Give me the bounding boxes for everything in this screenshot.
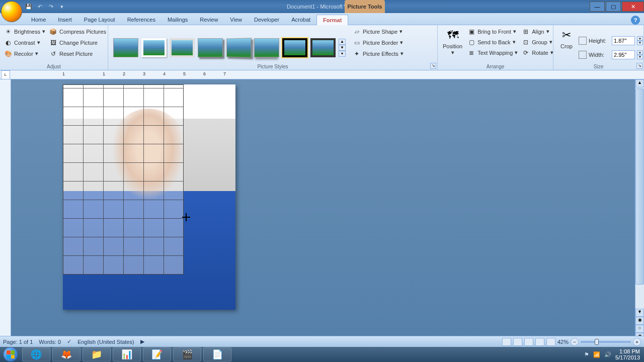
change-picture-button[interactable]: 🖼Change Picture xyxy=(47,37,108,48)
zoom-out-button[interactable]: − xyxy=(571,338,579,346)
system-tray: ⚑ 📶 🔊 1:08 PM 5/17/2013 xyxy=(584,348,644,360)
tab-home[interactable]: Home xyxy=(25,15,52,25)
style-thumb-5[interactable] xyxy=(226,38,252,57)
group-label-styles: Picture Styles xyxy=(108,64,437,69)
undo-button[interactable]: ↶ xyxy=(35,2,44,11)
align-button[interactable]: ⊞Align ▾ xyxy=(520,26,555,37)
scroll-down-button[interactable]: ▼ xyxy=(635,309,644,317)
style-thumb-6[interactable] xyxy=(254,38,279,57)
tab-review[interactable]: Review xyxy=(194,15,224,25)
tray-volume-icon[interactable]: 🔊 xyxy=(604,351,611,358)
redo-button[interactable]: ↷ xyxy=(46,2,55,11)
style-thumb-1[interactable] xyxy=(113,38,138,57)
brightness-button[interactable]: ☀Brightness ▾ xyxy=(2,26,47,37)
group-button[interactable]: ⊡Group ▾ xyxy=(520,37,555,47)
word-count[interactable]: Words: 0 xyxy=(39,339,61,345)
print-layout-view-button[interactable] xyxy=(502,338,511,346)
zoom-slider-thumb[interactable] xyxy=(595,339,599,345)
position-button[interactable]: 🗺 Position ▾ xyxy=(440,26,465,69)
gallery-scroll-up[interactable]: ▲ xyxy=(339,39,346,45)
help-button[interactable]: ? xyxy=(631,16,640,25)
size-dialog-launcher[interactable]: ↘ xyxy=(636,63,642,69)
browse-object-button[interactable]: ○ xyxy=(635,325,644,333)
puzzle-overlay-picture[interactable] xyxy=(63,84,184,275)
tab-selector[interactable]: L xyxy=(1,70,10,79)
tab-references[interactable]: References xyxy=(121,15,162,25)
gallery-more-button[interactable]: ▾ xyxy=(339,51,346,57)
tab-acrobat[interactable]: Acrobat xyxy=(285,15,316,25)
horizontal-ruler[interactable]: L 1 1 2 3 4 5 6 7 xyxy=(0,70,644,79)
group-label-size: Size xyxy=(553,64,643,69)
outline-view-button[interactable] xyxy=(535,338,544,346)
tab-view[interactable]: View xyxy=(224,15,248,25)
height-spin-up[interactable]: ▲ xyxy=(637,36,643,41)
styles-dialog-launcher[interactable]: ↘ xyxy=(430,63,436,69)
clock[interactable]: 1:08 PM 5/17/2013 xyxy=(615,348,640,360)
style-thumb-4[interactable] xyxy=(198,38,223,57)
close-button[interactable]: ✕ xyxy=(622,2,644,12)
zoom-slider[interactable] xyxy=(581,341,631,343)
style-thumb-3[interactable] xyxy=(170,38,195,57)
web-layout-view-button[interactable] xyxy=(524,338,533,346)
send-to-back-button[interactable]: ▢Send to Back ▾ xyxy=(465,37,520,47)
tab-developer[interactable]: Developer xyxy=(248,15,285,25)
style-thumb-7[interactable] xyxy=(282,38,307,57)
tray-flag-icon[interactable]: ⚑ xyxy=(584,351,589,358)
contrast-button[interactable]: ◐Contrast ▾ xyxy=(2,37,47,48)
height-input[interactable] xyxy=(612,36,635,45)
start-button[interactable] xyxy=(0,347,21,362)
picture-effects-button[interactable]: ✦Picture Effects ▾ xyxy=(351,48,406,59)
vertical-ruler[interactable] xyxy=(0,79,11,341)
style-thumb-8[interactable] xyxy=(310,38,336,57)
text-wrapping-button[interactable]: ≣Text Wrapping ▾ xyxy=(465,47,520,58)
reset-picture-button[interactable]: ↺Reset Picture xyxy=(47,48,108,59)
office-button[interactable] xyxy=(1,1,22,22)
document-area[interactable] xyxy=(11,79,644,341)
taskbar-firefox[interactable]: 🦊 xyxy=(52,347,80,361)
crop-button[interactable]: ✂ Crop xyxy=(555,26,578,69)
width-input[interactable] xyxy=(612,50,635,59)
page[interactable] xyxy=(63,84,235,310)
draft-view-button[interactable] xyxy=(546,338,555,346)
save-button[interactable]: 💾 xyxy=(24,2,33,11)
contextual-tab-title: Picture Tools xyxy=(345,0,385,13)
height-spin-down[interactable]: ▼ xyxy=(637,41,643,45)
shape-icon: ▱ xyxy=(353,28,361,36)
taskbar-notepad[interactable]: 📝 xyxy=(143,347,171,361)
tab-page-layout[interactable]: Page Layout xyxy=(78,15,121,25)
width-spin-down[interactable]: ▼ xyxy=(637,55,643,59)
taskbar-media[interactable]: 🎬 xyxy=(173,347,201,361)
width-spin-up[interactable]: ▲ xyxy=(637,50,643,55)
taskbar-word[interactable]: 📄 xyxy=(203,347,231,361)
tab-insert[interactable]: Insert xyxy=(52,15,78,25)
taskbar-chrome[interactable]: 🌐 xyxy=(22,347,50,361)
language-indicator[interactable]: English (United States) xyxy=(77,339,134,345)
height-label: Height: xyxy=(589,38,610,44)
tab-mailings[interactable]: Mailings xyxy=(162,15,194,25)
taskbar-explorer[interactable]: 📁 xyxy=(83,347,111,361)
style-thumb-2[interactable] xyxy=(141,38,167,57)
gallery-scroll-down[interactable]: ▼ xyxy=(339,45,346,51)
rotate-button[interactable]: ⟳Rotate ▾ xyxy=(520,47,555,58)
compress-pictures-button[interactable]: 📦Compress Pictures xyxy=(47,26,108,37)
picture-border-button[interactable]: ▭Picture Border ▾ xyxy=(351,37,406,48)
page-indicator[interactable]: Page: 1 of 1 xyxy=(3,339,33,345)
maximize-button[interactable]: ▢ xyxy=(606,2,621,12)
macro-indicator[interactable]: ▶ xyxy=(140,338,144,345)
minimize-button[interactable]: — xyxy=(590,2,605,12)
tab-format[interactable]: Format xyxy=(316,15,348,25)
qat-customize[interactable]: ▾ xyxy=(57,2,66,11)
recolor-button[interactable]: 🎨Recolor ▾ xyxy=(2,48,47,59)
scroll-up-button[interactable]: ▲ xyxy=(635,79,644,87)
scroll-thumb[interactable] xyxy=(635,88,644,285)
zoom-in-button[interactable]: + xyxy=(633,338,641,346)
prev-page-button[interactable]: ◉ xyxy=(635,317,644,325)
taskbar-excel[interactable]: 📊 xyxy=(113,347,141,361)
proofing-icon[interactable]: ✓ xyxy=(67,338,71,345)
tray-network-icon[interactable]: 📶 xyxy=(593,351,600,358)
vertical-scrollbar[interactable]: ▲ ▼ ◉ ○ ◉ xyxy=(635,79,644,341)
bring-to-front-button[interactable]: ▣Bring to Front ▾ xyxy=(465,26,520,37)
picture-shape-button[interactable]: ▱Picture Shape ▾ xyxy=(351,26,406,37)
zoom-level[interactable]: 42% xyxy=(557,339,569,345)
full-screen-view-button[interactable] xyxy=(513,338,522,346)
